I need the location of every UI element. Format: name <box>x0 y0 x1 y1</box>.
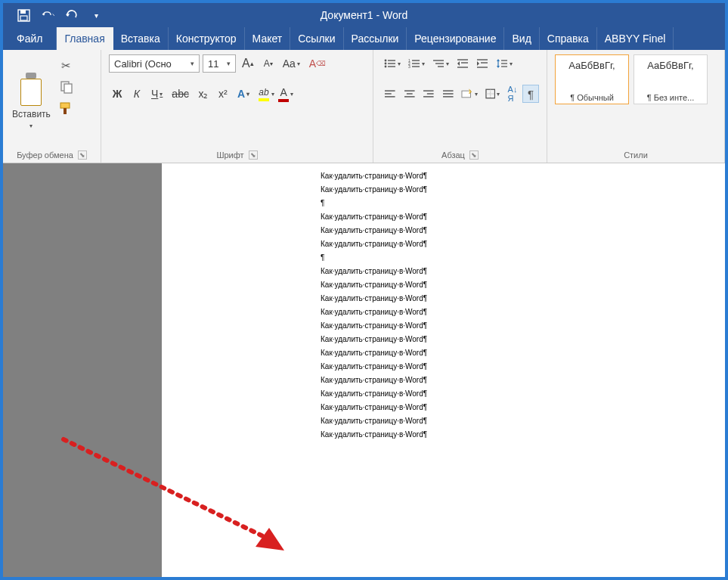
borders-button[interactable]: ▾ <box>482 85 503 103</box>
tab-design[interactable]: Конструктор <box>169 27 245 50</box>
tab-view[interactable]: Вид <box>504 27 539 50</box>
numbering-button[interactable]: 123▾ <box>405 54 428 73</box>
tab-insert[interactable]: Вставка <box>113 27 169 50</box>
redo-icon[interactable] <box>65 8 79 22</box>
window-title: Документ1 - Word <box>321 9 408 21</box>
grow-font-icon[interactable]: A▴ <box>239 54 257 73</box>
ribbon: Вставить ▾ ✂ Буфер обмена⬊ Calibri (Осно… <box>3 50 725 163</box>
svg-rect-2 <box>20 16 27 20</box>
multilevel-list-button[interactable]: ▾ <box>429 54 452 73</box>
align-left-button[interactable] <box>381 85 399 103</box>
group-font: Calibri (Осно▾ 11▾ A▴ A▾ Aa▾ A⌫ Ж К Ч▾ a… <box>101 50 373 163</box>
group-clipboard: Вставить ▾ ✂ Буфер обмена⬊ <box>3 50 101 163</box>
document-page[interactable]: Как·удалить·страницу·в·WordКак·удалить·с… <box>162 163 725 577</box>
tab-layout[interactable]: Макет <box>245 27 291 50</box>
page-content: Как·удалить·страницу·в·WordКак·удалить·с… <box>162 163 725 442</box>
document-area: Как·удалить·страницу·в·WordКак·удалить·с… <box>3 163 725 577</box>
style-normal[interactable]: АаБбВвГг, ¶ Обычный <box>555 54 629 104</box>
change-case-button[interactable]: Aa▾ <box>280 54 303 73</box>
style-no-spacing[interactable]: АаБбВвГг, ¶ Без инте... <box>634 54 708 104</box>
undo-icon[interactable] <box>41 8 54 22</box>
group-clipboard-label: Буфер обмена <box>17 150 73 160</box>
clear-format-icon[interactable]: A⌫ <box>306 54 329 73</box>
decrease-indent-button[interactable] <box>454 54 472 73</box>
title-bar: ▾ Документ1 - Word <box>3 3 725 27</box>
ribbon-tabs: Файл Главная Вставка Конструктор Макет С… <box>3 27 725 50</box>
qat-customize-icon[interactable]: ▾ <box>89 8 103 22</box>
svg-rect-4 <box>64 84 72 93</box>
group-font-label: Шрифт <box>216 150 243 160</box>
svg-text:3: 3 <box>408 64 410 69</box>
tab-help[interactable]: Справка <box>540 27 597 50</box>
font-dialog-icon[interactable]: ⬊ <box>249 150 258 160</box>
superscript-button[interactable]: x² <box>215 85 231 103</box>
line-spacing-button[interactable]: ▾ <box>493 54 516 73</box>
italic-button[interactable]: К <box>129 85 145 103</box>
paste-label: Вставить <box>12 109 51 119</box>
align-right-button[interactable] <box>420 85 438 103</box>
copy-icon[interactable] <box>57 80 76 94</box>
underline-button[interactable]: Ч▾ <box>148 85 166 103</box>
paste-icon <box>16 73 46 106</box>
tab-home[interactable]: Главная <box>57 27 113 50</box>
show-marks-button[interactable]: ¶ <box>522 85 539 103</box>
subscript-button[interactable]: x₂ <box>195 85 212 103</box>
svg-point-7 <box>385 60 387 62</box>
group-paragraph-label: Абзац <box>441 150 465 160</box>
page-gutter <box>3 163 162 577</box>
group-styles-label: Стили <box>624 150 648 160</box>
tab-file[interactable]: Файл <box>3 27 57 50</box>
cut-icon[interactable]: ✂ <box>57 59 76 73</box>
quick-access-toolbar: ▾ <box>3 8 103 22</box>
tab-references[interactable]: Ссылки <box>290 27 343 50</box>
svg-rect-1 <box>20 10 26 14</box>
group-paragraph: ▾ 123▾ ▾ ▾ ▾ ▾ А↓Я ¶ Абзац⬊ <box>373 50 547 163</box>
tab-abbyy[interactable]: ABBYY Finel <box>597 27 674 50</box>
tab-mailings[interactable]: Рассылки <box>344 27 407 50</box>
strike-button[interactable]: abc <box>169 85 192 103</box>
paragraph-dialog-icon[interactable]: ⬊ <box>469 150 479 160</box>
paste-button[interactable]: Вставить ▾ <box>11 54 52 147</box>
font-size-combo[interactable]: 11▾ <box>203 54 236 73</box>
highlight-button[interactable]: ab▾ <box>256 85 272 103</box>
align-center-button[interactable] <box>401 85 419 103</box>
svg-rect-6 <box>64 108 67 114</box>
svg-rect-5 <box>60 103 70 108</box>
shrink-font-icon[interactable]: A▾ <box>260 54 277 73</box>
group-styles: АаБбВвГг, ¶ Обычный АаБбВвГг, ¶ Без инте… <box>547 50 725 163</box>
shading-button[interactable]: ▾ <box>458 85 480 103</box>
svg-point-11 <box>385 66 387 68</box>
bold-button[interactable]: Ж <box>109 85 125 103</box>
sort-button[interactable]: А↓Я <box>504 85 521 103</box>
justify-button[interactable] <box>439 85 457 103</box>
tab-review[interactable]: Рецензирование <box>407 27 504 50</box>
text-effects-button[interactable]: A▾ <box>234 85 252 103</box>
font-name-combo[interactable]: Calibri (Осно▾ <box>109 54 200 73</box>
svg-point-9 <box>385 63 387 65</box>
font-color-button[interactable]: A▾ <box>275 85 292 103</box>
save-icon[interactable] <box>17 8 30 22</box>
format-painter-icon[interactable] <box>57 101 76 115</box>
increase-indent-button[interactable] <box>473 54 491 73</box>
clipboard-dialog-icon[interactable]: ⬊ <box>78 150 87 160</box>
bullets-button[interactable]: ▾ <box>381 54 404 73</box>
